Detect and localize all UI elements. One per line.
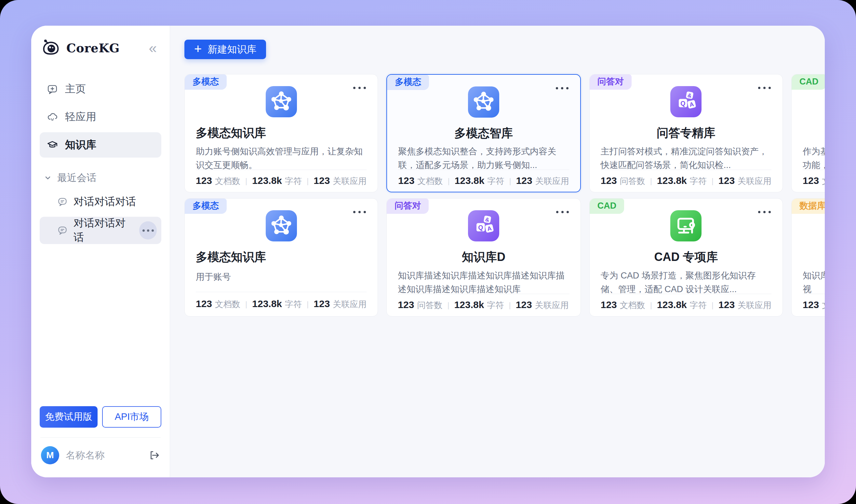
card-description: 作为基础知识库，提供问答、编辑等全流程功能，覆盖多样知识维度，为各... xyxy=(792,145,825,170)
sidebar-collapse-button[interactable]: « xyxy=(149,41,159,55)
stat-label: 文档数 xyxy=(822,176,825,187)
card-description: 专为 CAD 场景打造，聚焦图形化知识存储、管理，适配 CAD 设计关联应... xyxy=(590,269,783,294)
qa-icon: &QA xyxy=(670,86,701,117)
card-title: CAD 专项库 xyxy=(590,249,783,264)
stat-separator: | xyxy=(650,177,652,185)
stat-label: 关联应用 xyxy=(535,300,569,311)
stat: 123 问答数 xyxy=(601,175,645,187)
knowledge-base-card[interactable]: 问答对 &QA 知识库D 知识库描述知识库描述知识库描述知识库描述知识库描述知识… xyxy=(386,198,580,317)
sidebar-item-grad-cap[interactable]: 知识库 xyxy=(40,132,161,158)
card-stats: 123 文档数 | 123.8k 字符 | 123 关联应用 xyxy=(196,292,367,316)
sidebar-item-label: 知识库 xyxy=(65,138,96,152)
stat-separator: | xyxy=(307,300,309,309)
card-stats: 123 文档数 | 123.8k 字符 | 123 关联应用 xyxy=(601,294,771,316)
stat-value: 123 xyxy=(718,175,735,186)
stat-value: 123 xyxy=(398,175,414,186)
knowledge-base-card[interactable]: 问答对 &QA 问答专精库 主打问答对模式，精准沉淀问答知识资产，快速匹配问答场… xyxy=(589,74,783,192)
screen: CoreKG « 主页 轻应用 知识库 最近会话 对话对话对话 xyxy=(0,0,856,504)
card-description: 知识库描述知识库描述知识库描述知识库藐视 xyxy=(792,269,825,294)
knowledge-base-card[interactable]: CAD 通用知识中台 作为基础知识库，提供问答、编辑等全流程功能，覆盖多样知识维… xyxy=(791,74,825,192)
knowledge-base-card[interactable]: 多模态 多模态智库 聚焦多模态知识整合，支持跨形式内容关联，适配多元场景，助力账… xyxy=(386,74,580,192)
card-description: 知识库描述知识库描述知识库描述知识库描述知识库描述知识库描述知识库 xyxy=(387,269,580,294)
stat-value: 123.8k xyxy=(657,299,687,310)
card-type-badge: 问答对 xyxy=(387,199,429,214)
stat-separator: | xyxy=(245,300,247,309)
chevron-down-icon xyxy=(43,174,52,182)
stat-separator: | xyxy=(712,177,714,185)
knowledge-base-grid: 多模态 多模态知识库 助力账号侧知识高效管理与应用，让复杂知识交互更顺畅。 12… xyxy=(185,74,815,317)
card-description: 主打问答对模式，精准沉淀问答知识资产，快速匹配问答场景，简化知识检... xyxy=(590,145,783,170)
monitor-icon xyxy=(670,210,701,241)
stat-label: 字符 xyxy=(285,176,302,187)
stat: 123 文档数 xyxy=(196,298,240,310)
more-options-button[interactable] xyxy=(351,209,368,215)
conversation-item[interactable]: 对话对话对话 xyxy=(40,188,161,215)
conversation-label: 对话对话对话 xyxy=(73,216,133,245)
new-knowledge-base-button[interactable]: + 新建知识库 xyxy=(185,40,266,59)
sidebar-item-chat-plus[interactable]: 主页 xyxy=(40,76,161,102)
stat-separator: | xyxy=(307,177,309,185)
account-row[interactable]: M 名称名称 xyxy=(40,446,161,464)
free-trial-button[interactable]: 免费试用版 xyxy=(40,406,98,428)
stat-value: 123.8k xyxy=(657,175,687,186)
svg-text:Q: Q xyxy=(478,224,483,231)
card-description: 助力账号侧知识高效管理与应用，让复杂知识交互更顺畅。 xyxy=(185,145,378,170)
knowledge-base-card[interactable]: 数据库 知识库D 知识库描述知识库描述知识库描述知识库藐视 123 文档数 | … xyxy=(791,198,825,317)
card-stats: 123 文档数 | 123.8k 字符 | 123 关联应用 xyxy=(196,169,367,192)
stat-label: 文档数 xyxy=(215,176,240,187)
stat-label: 文档数 xyxy=(417,176,443,187)
stat-separator: | xyxy=(447,301,449,310)
stat-value: 123 xyxy=(314,298,330,309)
chat-plus-icon xyxy=(47,84,58,94)
new-knowledge-base-label: 新建知识库 xyxy=(208,43,256,56)
card-stats: 123 文档数 | 123.8k 字符 | 123 关联应用 xyxy=(398,169,569,192)
stat: 123 问答数 xyxy=(398,299,442,311)
sidebar-bottom: 免费试用版 API市场 M 名称名称 xyxy=(40,406,161,464)
card-description: 聚焦多模态知识整合，支持跨形式内容关联，适配多元场景，助力账号侧知... xyxy=(387,145,580,169)
more-options-button[interactable] xyxy=(351,85,368,91)
stat-value: 123 xyxy=(601,299,617,310)
sidebar-nav: 主页 轻应用 知识库 xyxy=(40,76,161,158)
more-options-button[interactable] xyxy=(756,85,773,91)
user-name: 名称名称 xyxy=(66,449,105,462)
knowledge-base-card[interactable]: 多模态 多模态知识库 助力账号侧知识高效管理与应用，让复杂知识交互更顺畅。 12… xyxy=(185,74,378,192)
stat-value: 123 xyxy=(601,175,617,186)
card-type-badge: 问答对 xyxy=(590,74,632,90)
card-type-badge: CAD xyxy=(792,74,825,90)
knowledge-base-card[interactable]: 多模态 多模态知识库 用于账号 123 文档数 | 123.8k 字符 | 12… xyxy=(185,198,378,317)
qa-icon: &QA xyxy=(468,210,499,241)
more-options-button[interactable] xyxy=(554,209,571,215)
conversation-label: 对话对话对话 xyxy=(73,195,136,209)
sidebar-item-cloud[interactable]: 轻应用 xyxy=(40,104,161,130)
stat: 123 关联应用 xyxy=(718,175,771,187)
stat: 123.8k 字符 xyxy=(252,175,302,187)
chat-bubble-icon xyxy=(57,225,68,236)
sidebar-item-label: 轻应用 xyxy=(65,110,96,124)
conversation-item[interactable]: 对话对话对话 xyxy=(40,217,161,244)
stat-label: 字符 xyxy=(487,176,504,187)
api-market-button[interactable]: API市场 xyxy=(102,406,161,428)
logout-icon[interactable] xyxy=(148,449,160,461)
more-options-button[interactable] xyxy=(554,85,571,91)
stat-label: 问答数 xyxy=(620,176,645,187)
stat-value: 123.8k xyxy=(252,298,282,309)
stat: 123 文档数 xyxy=(803,175,825,187)
card-stats: 123 问答数 | 123.8k 字符 | 123 关联应用 xyxy=(601,169,771,192)
stat-value: 123.8k xyxy=(252,175,282,186)
conversation-more-button[interactable] xyxy=(139,221,157,239)
stat-value: 123 xyxy=(718,299,735,310)
card-type-badge: 多模态 xyxy=(185,199,227,214)
stat: 123 关联应用 xyxy=(718,299,771,311)
stat-value: 123 xyxy=(398,299,414,310)
card-description: 用于账号 xyxy=(185,270,378,284)
stat-label: 字符 xyxy=(690,300,707,311)
knowledge-base-card[interactable]: CAD CAD 专项库 专为 CAD 场景打造，聚焦图形化知识存储、管理，适配 … xyxy=(589,198,783,317)
stat: 123.8k 字符 xyxy=(657,299,707,311)
card-title: 通用知识中台 xyxy=(792,125,825,140)
recent-sessions-header[interactable]: 最近会话 xyxy=(40,167,161,188)
corekg-logo-icon xyxy=(42,39,60,57)
more-options-button[interactable] xyxy=(756,209,773,215)
stat-separator: | xyxy=(509,177,511,185)
stat-value: 123.8k xyxy=(455,175,485,186)
stat: 123 关联应用 xyxy=(314,298,367,310)
